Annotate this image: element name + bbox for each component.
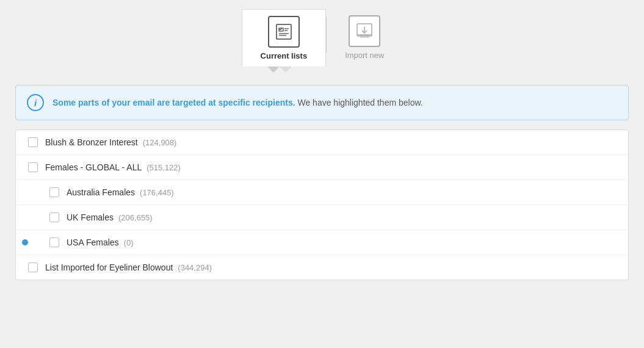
- list-row-blush-bronzer: Blush & Bronzer Interest (124,908): [16, 130, 628, 155]
- checkbox-eyeliner-blowout[interactable]: [28, 263, 38, 272]
- list-count-blush-bronzer: (124,908): [143, 138, 177, 147]
- blue-dot-usa-females: [22, 239, 28, 245]
- list-count-females-global: (515,122): [147, 163, 181, 172]
- svg-rect-0: [277, 24, 291, 39]
- info-normal-text: We have highlighted them below.: [295, 98, 423, 107]
- import-new-icon: [349, 15, 380, 47]
- info-banner: i Some parts of your email are targeted …: [15, 85, 629, 120]
- checkbox-uk-females[interactable]: [49, 212, 59, 222]
- nav-arrow: [0, 67, 644, 73]
- list-row-usa-females: USA Females (0): [16, 230, 628, 255]
- checkbox-females-global[interactable]: [28, 162, 38, 172]
- checkbox-australia-females[interactable]: [49, 187, 59, 197]
- list-row-females-global: Females - GLOBAL - ALL (515,122): [16, 155, 628, 180]
- info-bold-text: Some parts of your email are targeted at…: [52, 98, 295, 107]
- list-row-eyeliner-blowout: List Imported for Eyeliner Blowout (344,…: [16, 255, 628, 280]
- list-name-uk-females: UK Females: [67, 212, 114, 222]
- current-lists-icon: [268, 16, 300, 48]
- list-count-eyeliner-blowout: (344,294): [178, 263, 212, 272]
- list-count-usa-females: (0): [124, 238, 134, 247]
- list-count-australia-females: (176,445): [140, 188, 174, 197]
- checkbox-usa-females[interactable]: [49, 237, 59, 247]
- list-name-blush-bronzer: Blush & Bronzer Interest: [45, 137, 138, 147]
- list-name-eyeliner-blowout: List Imported for Eyeliner Blowout: [45, 263, 173, 272]
- nav-item-current-lists[interactable]: Current lists: [242, 9, 327, 67]
- info-banner-text: Some parts of your email are targeted at…: [52, 98, 423, 107]
- info-icon: i: [27, 94, 44, 111]
- top-nav: Current lists Import new: [0, 0, 644, 67]
- nav-item-import-new[interactable]: Import new: [327, 9, 402, 66]
- list-count-uk-females: (206,655): [118, 213, 153, 222]
- checkbox-blush-bronzer[interactable]: [28, 137, 38, 147]
- list-row-uk-females: UK Females (206,655): [16, 205, 628, 230]
- list-name-australia-females: Australia Females: [67, 187, 135, 197]
- list-name-usa-females: USA Females: [67, 237, 119, 247]
- list-name-females-global: Females - GLOBAL - ALL: [45, 162, 142, 172]
- import-new-label: Import new: [345, 51, 384, 60]
- list-row-australia-females: Australia Females (176,445): [16, 180, 628, 205]
- list-container: Blush & Bronzer Interest (124,908) Femal…: [15, 129, 629, 280]
- current-lists-label: Current lists: [261, 51, 308, 60]
